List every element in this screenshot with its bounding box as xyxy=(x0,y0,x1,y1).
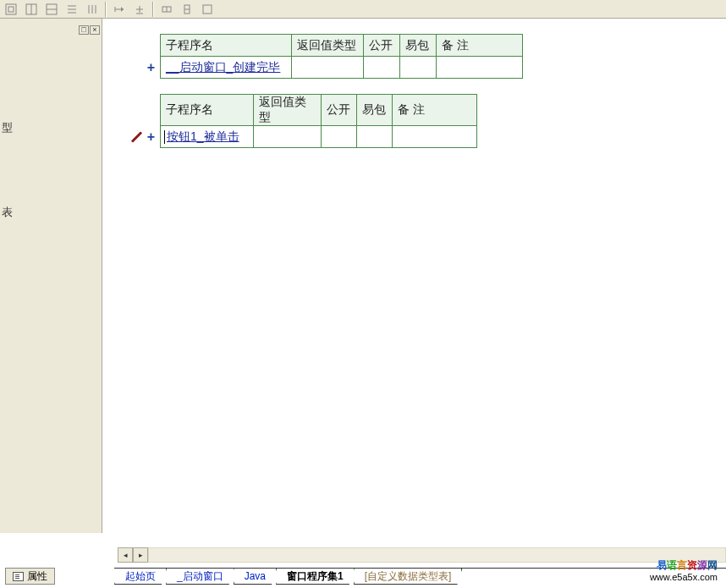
tab-window-module[interactable]: 窗口程序集1 xyxy=(276,569,355,585)
edit-icon xyxy=(130,130,144,144)
table-header-row: 子程序名 返回值类型 公开 易包 备 注 xyxy=(161,35,523,57)
left-hint-1: 型 xyxy=(2,120,13,135)
proc-name-link[interactable]: 按钮1_被单击 xyxy=(167,129,239,143)
toolbar-btn-3[interactable] xyxy=(42,1,61,18)
toolbar-btn-7[interactable] xyxy=(130,1,149,18)
col-name: 子程序名 xyxy=(161,95,254,126)
text-cursor xyxy=(164,130,165,144)
cell-remark[interactable] xyxy=(437,57,523,79)
toolbar-btn-10[interactable] xyxy=(198,1,217,18)
row-icons-1: + xyxy=(118,57,160,79)
panel-dock-icon[interactable]: □ xyxy=(79,25,89,35)
svg-rect-22 xyxy=(203,5,212,14)
col-name: 子程序名 xyxy=(161,35,292,57)
watermark-text: 易语言资源网 xyxy=(650,559,718,571)
procedure-table-2: + 子程序名 返回值类型 公开 易包 备 注 按钮1_被单击 xyxy=(118,94,726,148)
row-icons-2: + xyxy=(118,126,160,148)
toolbar-btn-9[interactable] xyxy=(178,1,196,18)
cell-rettype[interactable] xyxy=(292,57,364,79)
procedure-table-1: + 子程序名 返回值类型 公开 易包 备 注 __启动窗口_创建完毕 xyxy=(118,34,726,79)
content-scroll[interactable]: + 子程序名 返回值类型 公开 易包 备 注 __启动窗口_创建完毕 xyxy=(118,19,726,546)
col-public: 公开 xyxy=(322,95,357,126)
svg-marker-14 xyxy=(121,7,124,12)
watermark: 易语言资源网 www.e5a5x.com xyxy=(650,559,718,583)
col-public: 公开 xyxy=(364,35,400,57)
toolbar xyxy=(0,0,726,19)
watermark-url: www.e5a5x.com xyxy=(650,571,718,583)
svg-rect-1 xyxy=(8,7,14,12)
panel-title-controls: □ × xyxy=(79,25,100,35)
toolbar-btn-2[interactable] xyxy=(22,1,41,18)
expand-icon[interactable]: + xyxy=(147,129,155,145)
toolbar-separator-2 xyxy=(152,2,154,17)
horizontal-scrollbar[interactable]: ◂ ▸ xyxy=(118,547,726,563)
col-remark: 备 注 xyxy=(437,35,523,57)
toolbar-separator xyxy=(105,2,107,17)
col-remark: 备 注 xyxy=(393,95,477,126)
table-row[interactable]: 按钮1_被单击 xyxy=(161,126,477,148)
proc-table-1: 子程序名 返回值类型 公开 易包 备 注 __启动窗口_创建完毕 xyxy=(160,34,523,79)
property-label: 属性 xyxy=(27,569,47,584)
panel-close-icon[interactable]: × xyxy=(90,25,100,35)
left-panel: □ × 型 表 xyxy=(0,19,102,533)
table-header-row: 子程序名 返回值类型 公开 易包 备 注 xyxy=(161,95,477,126)
col-rettype: 返回值类型 xyxy=(292,35,364,57)
main-area: + 子程序名 返回值类型 公开 易包 备 注 __启动窗口_创建完毕 xyxy=(102,19,726,563)
cell-public[interactable] xyxy=(322,126,357,148)
cell-public[interactable] xyxy=(364,57,400,79)
proc-name-link[interactable]: __启动窗口_创建完毕 xyxy=(166,60,280,74)
tab-startwindow[interactable]: _启动窗口 xyxy=(166,569,234,585)
property-tab[interactable]: 属性 xyxy=(5,568,55,585)
cell-rettype[interactable] xyxy=(254,126,322,148)
tab-custom-types[interactable]: [自定义数据类型表] xyxy=(354,569,463,585)
col-rettype: 返回值类型 xyxy=(254,95,322,126)
bottom-bar: 属性 起始页 _启动窗口 Java 窗口程序集1 [自定义数据类型表] 易语言资… xyxy=(0,563,726,588)
scroll-track[interactable] xyxy=(148,547,726,563)
property-icon xyxy=(13,572,24,581)
cell-ebag[interactable] xyxy=(357,126,393,148)
svg-rect-0 xyxy=(6,4,16,14)
scroll-right-icon[interactable]: ▸ xyxy=(133,547,148,563)
proc-name-cell[interactable]: 按钮1_被单击 xyxy=(161,126,254,148)
tab-start[interactable]: 起始页 xyxy=(114,569,167,585)
document-tabs: 起始页 _启动窗口 Java 窗口程序集1 [自定义数据类型表] xyxy=(114,568,726,585)
tab-java[interactable]: Java xyxy=(234,569,277,585)
expand-icon[interactable]: + xyxy=(147,60,155,75)
table-row[interactable]: __启动窗口_创建完毕 xyxy=(161,57,523,79)
toolbar-btn-5[interactable] xyxy=(83,1,102,18)
proc-table-2: 子程序名 返回值类型 公开 易包 备 注 按钮1_被单击 xyxy=(160,94,477,148)
scroll-left-icon[interactable]: ◂ xyxy=(118,547,133,563)
left-hint-2: 表 xyxy=(2,205,13,220)
toolbar-btn-4[interactable] xyxy=(63,1,81,18)
col-ebag: 易包 xyxy=(357,95,393,126)
toolbar-btn-8[interactable] xyxy=(157,1,176,18)
toolbar-btn-1[interactable] xyxy=(2,1,20,18)
cell-ebag[interactable] xyxy=(400,57,437,79)
toolbar-btn-6[interactable] xyxy=(110,1,129,18)
cell-remark[interactable] xyxy=(393,126,477,148)
col-ebag: 易包 xyxy=(400,35,437,57)
